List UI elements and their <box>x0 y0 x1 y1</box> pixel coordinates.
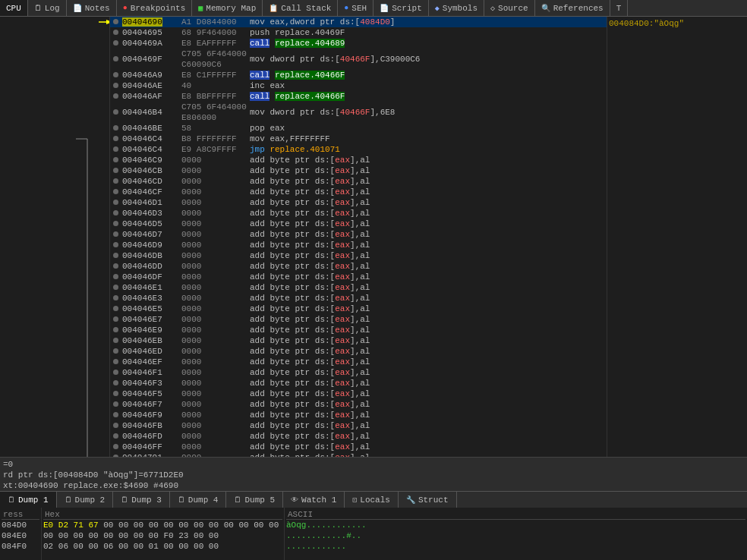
table-row[interactable]: 004046DF0000add byte ptr ds:[eax],al <box>110 272 607 282</box>
row-bullet <box>110 229 121 240</box>
row-address: 004046E5 <box>121 304 181 314</box>
tab-notes[interactable]: 📄 Notes <box>67 0 117 16</box>
table-row[interactable]: 004046C4B8 FFFFFFFFmov eax,FFFFFFFF <box>110 134 607 144</box>
table-row[interactable]: 004046C90000add byte ptr ds:[eax],al <box>110 155 607 165</box>
tab-callstack[interactable]: 📋 Call Stack <box>263 0 338 16</box>
row-bytes: C705 6F464000 C60090C6 <box>181 49 250 70</box>
tab-cpu[interactable]: CPU <box>0 0 28 16</box>
table-row[interactable]: 004046AE40inc eax <box>110 80 607 91</box>
table-row[interactable]: 004046F90000add byte ptr ds:[eax],al <box>110 410 607 420</box>
table-row[interactable]: 004046D10000add byte ptr ds:[eax],al <box>110 197 607 208</box>
row-bytes: 0000 <box>181 442 250 452</box>
row-address: 004046DF <box>121 272 181 282</box>
row-bullet <box>110 49 121 70</box>
row-address: 004046A9 <box>121 70 181 80</box>
tab-t[interactable]: T <box>610 0 629 16</box>
btab-locals[interactable]: ⊡ Locals <box>345 492 399 508</box>
tab-references[interactable]: 🔍 References <box>535 0 610 16</box>
btab-watch1[interactable]: 👁 Watch 1 <box>283 492 345 508</box>
table-row[interactable]: 004046E50000add byte ptr ds:[eax],al <box>110 304 607 314</box>
row-bytes: 0000 <box>181 452 250 457</box>
tab-log[interactable]: 🗒 Log <box>28 0 67 16</box>
table-row[interactable]: 004046CD0000add byte ptr ds:[eax],al <box>110 176 607 187</box>
row-instruction: call replace.40466F <box>250 70 607 80</box>
table-row[interactable]: 00404690A1 D0844000mov eax,dword ptr ds:… <box>110 17 607 27</box>
table-row[interactable]: 004046ED0000add byte ptr ds:[eax],al <box>110 346 607 357</box>
tab-source[interactable]: ◇ Source <box>484 0 535 16</box>
table-row[interactable]: 004046F70000add byte ptr ds:[eax],al <box>110 399 607 410</box>
table-row[interactable]: 004046FB0000add byte ptr ds:[eax],al <box>110 420 607 431</box>
row-instruction: add byte ptr ds:[eax],al <box>250 155 607 165</box>
tab-script[interactable]: 📄 Script <box>374 0 429 16</box>
table-row[interactable]: 004046EB0000add byte ptr ds:[eax],al <box>110 335 607 346</box>
table-row[interactable]: 004046D50000add byte ptr ds:[eax],al <box>110 219 607 229</box>
table-row[interactable]: 004046D30000add byte ptr ds:[eax],al <box>110 208 607 219</box>
table-row[interactable]: 004046FD0000add byte ptr ds:[eax],al <box>110 431 607 442</box>
tab-symbols[interactable]: ◆ Symbols <box>429 0 484 16</box>
tab-breakpoints[interactable]: ● Breakpoints <box>117 0 193 16</box>
table-row[interactable]: 004046DB0000add byte ptr ds:[eax],al <box>110 250 607 261</box>
table-row[interactable]: 004046E70000add byte ptr ds:[eax],al <box>110 314 607 325</box>
table-row[interactable]: 004046F50000add byte ptr ds:[eax],al <box>110 389 607 399</box>
table-row[interactable]: 004046EF0000add byte ptr ds:[eax],al <box>110 357 607 367</box>
table-row[interactable]: 004046F10000add byte ptr ds:[eax],al <box>110 367 607 378</box>
btab-struct[interactable]: 🔧 Struct <box>399 492 457 508</box>
row-bytes: A1 D0844000 <box>181 17 250 27</box>
tab-seh[interactable]: ● SEH <box>338 0 374 16</box>
row-bullet <box>110 304 121 314</box>
table-row[interactable]: 004046D90000add byte ptr ds:[eax],al <box>110 240 607 250</box>
seh-label: SEH <box>351 4 367 13</box>
status-bar: =0 rd ptr ds:[004084D0 "àOqg"]=6771D2E0 … <box>0 457 747 491</box>
table-row[interactable]: 004046E10000add byte ptr ds:[eax],al <box>110 282 607 293</box>
status-line-2: rd ptr ds:[004084D0 "àOqg"]=6771D2E0 <box>3 470 744 480</box>
table-row[interactable]: 004046D70000add byte ptr ds:[eax],al <box>110 229 607 240</box>
row-instruction: add byte ptr ds:[eax],al <box>250 431 607 442</box>
table-row[interactable]: 004046E30000add byte ptr ds:[eax],al <box>110 293 607 304</box>
table-row[interactable]: 0040469AE8 EAFFFFFFcall replace.404689 <box>110 38 607 49</box>
table-row[interactable]: 004046CB0000add byte ptr ds:[eax],al <box>110 165 607 176</box>
row-instruction: add byte ptr ds:[eax],al <box>250 304 607 314</box>
dump1-icon: 🗒 <box>8 496 15 505</box>
btab-dump1[interactable]: 🗒 Dump 1 <box>0 492 57 508</box>
row-bullet <box>110 357 121 367</box>
table-row[interactable]: 004046BE58pop eax <box>110 123 607 134</box>
table-row[interactable]: 004046A9E8 C1FFFFFFcall replace.40466F <box>110 70 607 80</box>
row-address: 004046F1 <box>121 367 181 378</box>
dump-address-col: ress 084D0 084E0 084F0 <box>0 508 42 560</box>
table-row[interactable]: 004046DD0000add byte ptr ds:[eax],al <box>110 261 607 272</box>
btab-dump5[interactable]: 🗒 Dump 5 <box>226 492 283 508</box>
watch1-icon: 👁 <box>291 496 298 505</box>
callstack-label: Call Stack <box>281 4 331 13</box>
btab-dump4[interactable]: 🗒 Dump 4 <box>170 492 227 508</box>
row-address: 004046AF <box>121 91 181 102</box>
table-row[interactable]: 004046E90000add byte ptr ds:[eax],al <box>110 325 607 335</box>
row-bytes: 0000 <box>181 261 250 272</box>
row-address: 00404690 <box>121 17 181 27</box>
row-address: 004046D5 <box>121 219 181 229</box>
btab-dump2[interactable]: 🗒 Dump 2 <box>57 492 114 508</box>
dump3-label: Dump 3 <box>131 496 162 505</box>
table-row[interactable]: 004046CF0000add byte ptr ds:[eax],al <box>110 187 607 197</box>
btab-dump3[interactable]: 🗒 Dump 3 <box>113 492 170 508</box>
table-row[interactable]: 004046AFE8 BBFFFFFFcall replace.40466F <box>110 91 607 102</box>
cpu-label: CPU <box>6 4 21 13</box>
row-instruction: add byte ptr ds:[eax],al <box>250 399 607 410</box>
table-row[interactable]: 0040469568 9F464000push replace.40469F <box>110 27 607 38</box>
table-row[interactable]: 004046B4C705 6F464000 E806000mov dword p… <box>110 102 607 123</box>
row-bullet <box>110 399 121 410</box>
dump-hex-3: 02 06 00 00 06 00 00 01 00 00 00 00 <box>43 541 282 552</box>
disasm-pane[interactable]: 00404690A1 D0844000mov eax,dword ptr ds:… <box>110 17 607 457</box>
row-bytes: 0000 <box>181 335 250 346</box>
row-instruction: add byte ptr ds:[eax],al <box>250 165 607 176</box>
tab-memmap[interactable]: ▦ Memory Map <box>192 0 263 16</box>
row-address: 004046F9 <box>121 410 181 420</box>
table-row[interactable]: 004047010000add byte ptr ds:[eax],al <box>110 452 607 457</box>
row-bytes: C705 6F464000 E806000 <box>181 102 250 123</box>
row-instruction: add byte ptr ds:[eax],al <box>250 272 607 282</box>
table-row[interactable]: 004046F30000add byte ptr ds:[eax],al <box>110 378 607 389</box>
table-row[interactable]: 004046FF0000add byte ptr ds:[eax],al <box>110 442 607 452</box>
table-row[interactable]: 004046C4E9 A8C9FFFFjmp replace.401071 <box>110 144 607 155</box>
dump-panel: ress 084D0 084E0 084F0 Hex E0 D2 71 67 0… <box>0 508 747 560</box>
table-row[interactable]: 0040469FC705 6F464000 C60090C6mov dword … <box>110 49 607 70</box>
row-bullet <box>110 176 121 187</box>
